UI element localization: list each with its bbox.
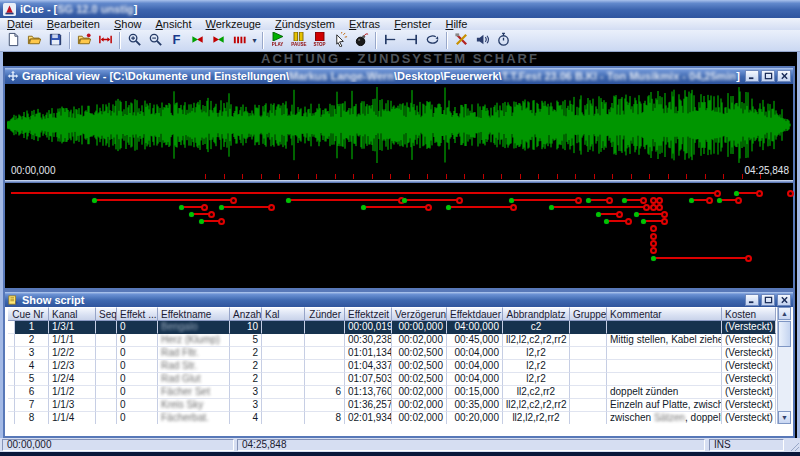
table-cell[interactable] — [570, 386, 607, 399]
column-header[interactable]: Abbrandplatz — [503, 307, 570, 321]
table-cell[interactable]: 00:00,019 — [345, 321, 392, 334]
table-cell[interactable]: (Versteckt) — [722, 360, 776, 373]
table-cell[interactable]: Mittig stellen, Kabel ziehen — [607, 334, 722, 347]
table-cell[interactable]: 1/1/4 — [49, 412, 96, 424]
table-row[interactable]: 51/2/40Rad Glut201:07,50300:02,50000:04,… — [8, 373, 776, 386]
table-cell[interactable]: 4 — [230, 412, 262, 424]
table-row[interactable]: 21/1/10Herz (Klump)500:30,23800:02,00000… — [8, 334, 776, 347]
table-cell[interactable] — [96, 386, 117, 399]
table-cell[interactable]: l2,r2 — [503, 373, 570, 386]
table-cell[interactable]: 1/3/1 — [49, 321, 96, 334]
table-cell[interactable] — [262, 412, 305, 424]
table-cell[interactable] — [305, 399, 345, 412]
start-marker-button[interactable] — [380, 31, 401, 50]
table-cell[interactable]: 01:36,257 — [345, 399, 392, 412]
table-cell[interactable]: Bengalo — [158, 321, 230, 334]
table-cell[interactable]: (Versteckt) — [722, 399, 776, 412]
prev-cue-button[interactable] — [187, 31, 208, 50]
column-header[interactable]: Effektdauer — [447, 307, 503, 321]
table-cell[interactable]: ll2,l2,c2,r2,rr2 — [503, 399, 570, 412]
table-row[interactable]: 41/2/30Rad Str.201:04,33700:02,50000:04,… — [8, 360, 776, 373]
table-cell[interactable] — [305, 334, 345, 347]
table-cell[interactable]: ll2,l2,c2,r2,rr2 — [503, 334, 570, 347]
column-header[interactable]: Anzahl — [230, 307, 262, 321]
table-cell[interactable]: 00:15,000 — [447, 386, 503, 399]
scroll-up-button[interactable]: ▲ — [778, 307, 791, 320]
table-row[interactable]: 61/1/20Fächer Set3601:13,76000:02,00000:… — [8, 386, 776, 399]
menu-zündsystem[interactable]: Zündsystem — [268, 18, 342, 30]
table-cell[interactable]: 00:02,000 — [392, 334, 447, 347]
table-cell[interactable]: 0 — [117, 334, 158, 347]
pause-button[interactable]: PAUSE — [288, 31, 309, 50]
table-cell[interactable] — [570, 412, 607, 424]
table-row[interactable]: 71/1/30Kreis Sky301:36,25700:02,00000:35… — [8, 399, 776, 412]
table-cell[interactable]: 02:01,934 — [345, 412, 392, 424]
table-cell[interactable]: ll2,l2,r2,rr2 — [503, 412, 570, 424]
table-cell[interactable]: 2 — [15, 334, 49, 347]
table-cell[interactable] — [570, 399, 607, 412]
end-marker-button[interactable] — [401, 31, 422, 50]
menu-werkzeuge[interactable]: Werkzeuge — [199, 18, 268, 30]
table-cell[interactable]: doppelt zünden — [607, 386, 722, 399]
table-cell[interactable] — [96, 412, 117, 424]
table-cell[interactable]: 1/1/2 — [49, 386, 96, 399]
table-cell[interactable] — [262, 399, 305, 412]
menu-bearbeiten[interactable]: Bearbeiten — [40, 18, 107, 30]
channel-range-button[interactable] — [95, 31, 116, 50]
table-cell[interactable] — [570, 373, 607, 386]
close-button[interactable] — [777, 294, 791, 306]
table-cell[interactable]: (Versteckt) — [722, 373, 776, 386]
maximize-button[interactable] — [761, 70, 775, 82]
menu-ansicht[interactable]: Ansicht — [148, 18, 198, 30]
table-cell[interactable]: 00:02,000 — [392, 386, 447, 399]
menu-hilfe[interactable]: Hilfe — [438, 18, 474, 30]
table-cell[interactable]: 00:04,000 — [447, 360, 503, 373]
arm-system-button[interactable] — [351, 31, 372, 50]
waveform[interactable] — [7, 86, 791, 164]
audio-button[interactable] — [472, 31, 493, 50]
table-cell[interactable] — [607, 321, 722, 334]
table-cell[interactable]: Rad Glut — [158, 373, 230, 386]
table-cell[interactable]: 00:00,000 — [392, 321, 447, 334]
table-cell[interactable]: (Versteckt) — [722, 347, 776, 360]
table-cell[interactable]: 0 — [117, 321, 158, 334]
table-cell[interactable]: c2 — [503, 321, 570, 334]
table-cell[interactable] — [96, 347, 117, 360]
resize-grip[interactable] — [789, 441, 799, 451]
zoom-in-button[interactable] — [124, 31, 145, 50]
table-cell[interactable]: 00:35,000 — [447, 399, 503, 412]
table-cell[interactable]: 1 — [15, 321, 49, 334]
table-cell[interactable]: (Versteckt) — [722, 412, 776, 424]
table-cell[interactable]: l2,r2 — [503, 347, 570, 360]
table-cell[interactable]: 1/2/2 — [49, 347, 96, 360]
table-cell[interactable]: 00:20,000 — [447, 412, 503, 424]
table-cell[interactable] — [570, 360, 607, 373]
table-cell[interactable] — [607, 373, 722, 386]
table-cell[interactable]: Kreis Sky — [158, 399, 230, 412]
table-cell[interactable]: 3 — [230, 399, 262, 412]
table-cell[interactable] — [262, 373, 305, 386]
table-cell[interactable]: 0 — [117, 386, 158, 399]
vertical-scrollbar[interactable]: ▲ ▼ — [777, 307, 791, 424]
scrollbar-thumb[interactable] — [778, 321, 791, 347]
table-cell[interactable]: 1/2/4 — [49, 373, 96, 386]
table-cell[interactable]: 1/2/3 — [49, 360, 96, 373]
column-header[interactable]: Kal — [262, 307, 305, 321]
table-cell[interactable] — [570, 347, 607, 360]
column-header[interactable]: Gruppe — [570, 307, 607, 321]
open-button[interactable] — [24, 31, 45, 50]
table-cell[interactable]: 6 — [305, 386, 345, 399]
column-header[interactable]: Effektname — [158, 307, 230, 321]
table-cell[interactable]: 8 — [305, 412, 345, 424]
table-cell[interactable] — [262, 347, 305, 360]
table-cell[interactable]: 2 — [230, 347, 262, 360]
table-cell[interactable] — [262, 321, 305, 334]
table-cell[interactable]: 00:04,000 — [447, 373, 503, 386]
table-cell[interactable] — [607, 360, 722, 373]
column-header[interactable]: Kommentar — [607, 307, 722, 321]
open-show-button[interactable] — [74, 31, 95, 50]
table-row[interactable]: 31/2/20Rad Fltr.201:01,13400:02,50000:04… — [8, 347, 776, 360]
stop-button[interactable]: STOP — [309, 31, 330, 50]
minimize-button[interactable] — [745, 294, 759, 306]
table-cell[interactable]: ll2,c2,rr2 — [503, 386, 570, 399]
